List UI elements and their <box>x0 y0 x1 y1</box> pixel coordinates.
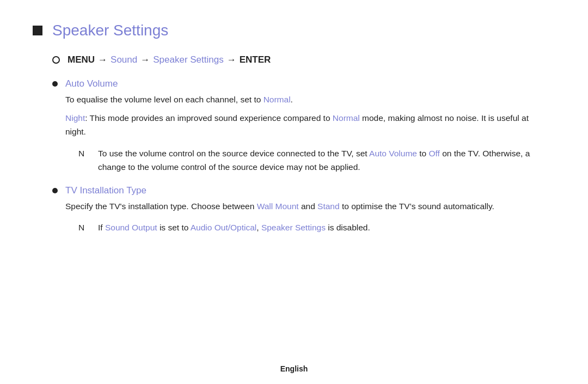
page-title: Speaker Settings <box>52 22 168 39</box>
auto-volume-heading-row: Auto Volume <box>52 78 544 89</box>
note-letter-1: N <box>78 147 87 161</box>
footer-language: English <box>280 364 308 373</box>
note-text-2: If Sound Output is set to Audio Out/Opti… <box>98 221 370 235</box>
auto-volume-note: N To use the volume control on the sourc… <box>78 147 544 174</box>
night-highlight: Night <box>65 113 85 123</box>
auto-volume-heading: Auto Volume <box>65 78 118 89</box>
menu-nav: MENU → Sound → Speaker Settings → ENTER <box>52 54 544 65</box>
note-letter-2: N <box>78 221 87 235</box>
nav-circle <box>52 56 60 64</box>
tv-installation-heading: TV Installation Type <box>65 185 146 196</box>
auto-volume-body: To equalise the volume level on each cha… <box>65 93 544 174</box>
note-text-1: To use the volume control on the source … <box>98 147 544 174</box>
tv-installation-note: N If Sound Output is set to Audio Out/Op… <box>78 221 544 235</box>
auto-volume-para2: Night: This mode provides an improved so… <box>65 111 544 139</box>
tv-installation-heading-row: TV Installation Type <box>52 185 544 196</box>
square-icon <box>33 26 42 35</box>
nav-enter-label: ENTER <box>240 54 271 65</box>
auto-volume-text-1: To equalise the volume level on each cha… <box>65 95 264 104</box>
section-tv-installation: TV Installation Type Specify the TV's in… <box>52 185 544 235</box>
nav-sound-label: Sound <box>111 54 137 65</box>
nav-arrow-2: → <box>140 54 150 65</box>
auto-volume-normal-highlight: Normal <box>264 95 291 104</box>
nav-menu-label: MENU <box>68 54 95 65</box>
bullet-dot-1 <box>52 81 58 87</box>
nav-arrow-1: → <box>98 54 107 65</box>
normal-highlight-2: Normal <box>333 113 360 123</box>
auto-volume-text-2: : This mode provides an improved sound e… <box>85 113 333 123</box>
tv-installation-body: Specify the TV's installation type. Choo… <box>65 199 544 235</box>
tv-installation-para1: Specify the TV's installation type. Choo… <box>65 199 544 214</box>
section-auto-volume: Auto Volume To equalise the volume level… <box>52 78 544 174</box>
bullet-dot-2 <box>52 188 58 193</box>
nav-arrow-3: → <box>227 54 236 65</box>
auto-volume-para1: To equalise the volume level on each cha… <box>65 93 544 107</box>
auto-volume-text-1-end: . <box>291 95 293 104</box>
section-list: Auto Volume To equalise the volume level… <box>52 78 544 235</box>
nav-speaker-settings-label: Speaker Settings <box>153 54 223 65</box>
title-row: Speaker Settings <box>33 22 544 39</box>
